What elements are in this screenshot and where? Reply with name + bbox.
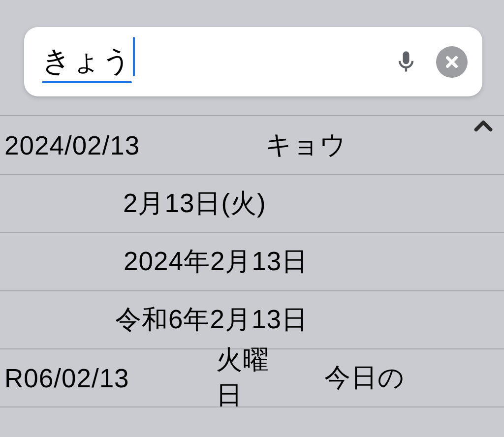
- candidate-row[interactable]: 令和6年2月13日: [0, 290, 504, 348]
- candidate-text: 今日の: [273, 360, 405, 396]
- clear-button[interactable]: [436, 46, 468, 78]
- candidate-row[interactable]: 2月13日(火): [0, 174, 504, 232]
- candidate-text: 2024/02/13: [4, 130, 196, 160]
- microphone-icon[interactable]: [389, 45, 423, 79]
- candidate-text: R06/02/13: [4, 363, 157, 393]
- candidate-text: 2月13日(火): [123, 186, 266, 221]
- candidate-list: 2024/02/13 キョウ 2月13日(火) 2024年2月13日 令和6年2…: [0, 115, 504, 437]
- candidate-row[interactable]: R06/02/13 火曜日 今日の: [0, 348, 504, 406]
- candidate-text: 令和6年2月13日: [115, 302, 308, 338]
- candidate-text: 2024年2月13日: [124, 244, 308, 280]
- candidate-text: キョウ: [196, 127, 504, 163]
- candidate-row[interactable]: [0, 406, 504, 437]
- candidate-text: 火曜日: [157, 343, 273, 413]
- chevron-up-icon[interactable]: [469, 111, 498, 141]
- ime-underline: [42, 81, 132, 83]
- candidate-row[interactable]: 2024年2月13日: [0, 232, 504, 290]
- search-input[interactable]: きょう: [42, 27, 389, 96]
- text-cursor: [133, 37, 135, 76]
- search-box: きょう: [24, 27, 482, 96]
- candidate-row[interactable]: 2024/02/13 キョウ: [0, 115, 504, 174]
- search-input-text: きょう: [42, 42, 132, 82]
